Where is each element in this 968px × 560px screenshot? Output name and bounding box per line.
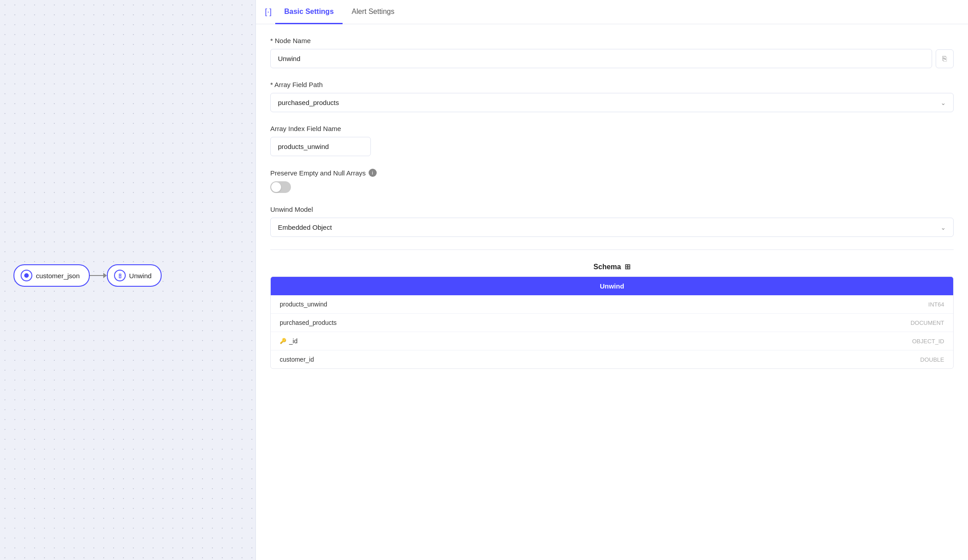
right-panel: [·] Basic Settings Alert Settings * Node… xyxy=(256,0,968,560)
field-group-node-name: * Node Name ⎘ xyxy=(270,37,954,68)
schema-field-name-1: purchased_products xyxy=(280,319,337,326)
tab-alert-settings[interactable]: Alert Settings xyxy=(343,0,403,24)
node-icon-circle xyxy=(21,270,32,281)
copy-button[interactable]: ⎘ xyxy=(936,49,954,68)
tabs-header: [·] Basic Settings Alert Settings xyxy=(256,0,968,24)
schema-field-type-1: DOCUMENT xyxy=(911,319,944,326)
field-group-array-field-path: * Array Field Path purchased_products ⌄ xyxy=(270,81,954,112)
canvas-area: customer_json [·] Unwind xyxy=(0,0,256,560)
circle-dot xyxy=(24,273,29,278)
array-field-path-label: * Array Field Path xyxy=(270,81,954,88)
schema-row-3: customer_id DOUBLE xyxy=(271,350,953,368)
schema-field-name-3: customer_id xyxy=(280,356,314,363)
schema-row-1: purchased_products DOCUMENT xyxy=(271,314,953,332)
schema-field-type-3: DOUBLE xyxy=(920,356,944,363)
unwind-model-label: Unwind Model xyxy=(270,206,954,213)
toggle-container xyxy=(270,181,954,193)
schema-table: Unwind products_unwind INT64 purchased_p… xyxy=(270,276,954,369)
node-unwind[interactable]: [·] Unwind xyxy=(107,264,162,287)
info-icon[interactable]: i xyxy=(369,169,377,177)
preserve-empty-label: Preserve Empty and Null Arrays i xyxy=(270,169,954,177)
array-index-input[interactable] xyxy=(270,137,371,156)
node-customer-json[interactable]: customer_json xyxy=(13,264,90,287)
schema-table-title: Unwind xyxy=(271,277,953,295)
panel-content: * Node Name ⎘ * Array Field Path purchas… xyxy=(256,24,968,560)
connector-line xyxy=(90,275,103,276)
table-icon: ⊞ xyxy=(625,262,630,271)
chevron-down-icon-2: ⌄ xyxy=(941,224,946,231)
schema-row-0: products_unwind INT64 xyxy=(271,295,953,314)
schema-section: Schema ⊞ Unwind products_unwind INT64 pu… xyxy=(270,262,954,369)
preserve-empty-toggle[interactable] xyxy=(270,181,291,193)
panel-icon: [·] xyxy=(265,0,272,24)
chevron-down-icon: ⌄ xyxy=(941,99,946,106)
schema-header: Schema ⊞ xyxy=(270,262,954,271)
field-group-unwind-model: Unwind Model Embedded Object ⌄ xyxy=(270,206,954,237)
array-field-path-select[interactable]: purchased_products ⌄ xyxy=(270,93,954,112)
section-divider xyxy=(270,249,954,250)
schema-field-name-0: products_unwind xyxy=(280,301,327,308)
node-label-unwind: Unwind xyxy=(129,272,152,280)
node-icon-bracket: [·] xyxy=(114,270,126,281)
schema-title: Schema xyxy=(594,263,621,271)
field-group-preserve-empty: Preserve Empty and Null Arrays i xyxy=(270,169,954,193)
copy-icon: ⎘ xyxy=(942,55,947,63)
field-group-array-index: Array Index Field Name xyxy=(270,125,954,156)
schema-field-type-2: OBJECT_ID xyxy=(912,338,944,345)
arrow-head xyxy=(103,273,107,278)
toggle-thumb xyxy=(271,182,281,192)
tab-basic-settings[interactable]: Basic Settings xyxy=(275,0,343,24)
key-icon: 🔑 xyxy=(280,338,286,344)
unwind-model-value: Embedded Object xyxy=(278,223,332,231)
pipeline-nodes: customer_json [·] Unwind xyxy=(13,264,162,287)
schema-field-type-0: INT64 xyxy=(928,301,944,308)
node-name-input[interactable] xyxy=(270,49,932,68)
unwind-model-select[interactable]: Embedded Object ⌄ xyxy=(270,218,954,237)
array-field-path-value: purchased_products xyxy=(278,99,339,106)
schema-field-name-2: 🔑 _id xyxy=(280,337,298,345)
node-label-customer-json: customer_json xyxy=(36,272,80,280)
array-index-label: Array Index Field Name xyxy=(270,125,954,132)
bracket-icon: [·] xyxy=(119,273,120,278)
schema-row-2: 🔑 _id OBJECT_ID xyxy=(271,332,953,350)
node-name-input-row: ⎘ xyxy=(270,49,954,68)
node-name-label: * Node Name xyxy=(270,37,954,44)
